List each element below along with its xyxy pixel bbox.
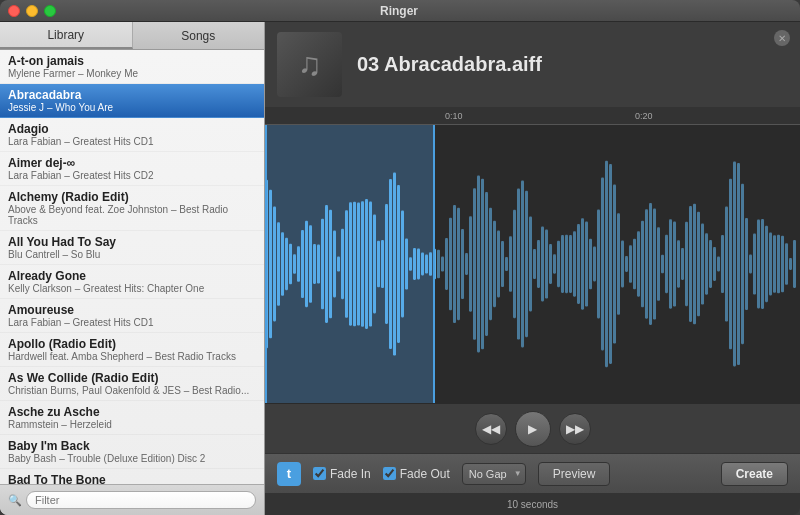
svg-rect-109 xyxy=(697,212,700,317)
song-item[interactable]: Abracadabra Jessie J – Who You Are xyxy=(0,84,264,118)
fade-in-group: Fade In xyxy=(313,467,371,481)
song-item[interactable]: A-t-on jamais Mylene Farmer – Monkey Me xyxy=(0,50,264,84)
svg-rect-46 xyxy=(445,238,448,290)
rewind-button[interactable]: ◀◀ xyxy=(475,413,507,445)
song-item[interactable]: Alchemy (Radio Edit) Above & Beyond feat… xyxy=(0,186,264,231)
svg-rect-131 xyxy=(785,243,788,285)
fade-out-label: Fade Out xyxy=(400,467,450,481)
svg-rect-60 xyxy=(501,241,504,287)
twitter-button[interactable]: t xyxy=(277,462,301,486)
svg-rect-91 xyxy=(625,256,628,272)
song-subtitle: Lara Fabian – Greatest Hits CD1 xyxy=(8,136,256,147)
song-item[interactable]: As We Collide (Radio Edit) Christian Bur… xyxy=(0,367,264,401)
svg-rect-125 xyxy=(761,219,764,309)
svg-rect-73 xyxy=(553,254,556,274)
search-bar: 🔍 xyxy=(0,484,264,515)
song-title: A-t-on jamais xyxy=(8,54,256,68)
svg-rect-47 xyxy=(449,218,452,311)
song-title: As We Collide (Radio Edit) xyxy=(8,371,256,385)
svg-rect-72 xyxy=(549,244,552,284)
svg-rect-118 xyxy=(733,162,736,367)
svg-rect-45 xyxy=(441,256,444,271)
svg-rect-50 xyxy=(461,229,464,299)
svg-rect-119 xyxy=(737,163,740,365)
svg-rect-98 xyxy=(653,208,656,319)
album-art: ♫ xyxy=(277,32,342,97)
song-list[interactable]: A-t-on jamais Mylene Farmer – Monkey Me … xyxy=(0,50,264,484)
svg-rect-94 xyxy=(637,231,640,296)
svg-rect-82 xyxy=(589,239,592,290)
svg-rect-102 xyxy=(669,219,672,308)
gap-select[interactable]: No Gap xyxy=(462,463,526,485)
svg-rect-75 xyxy=(561,235,564,293)
svg-rect-108 xyxy=(693,204,696,325)
file-name: 03 Abracadabra.aiff xyxy=(357,53,542,76)
fade-in-checkbox[interactable] xyxy=(313,467,326,480)
fade-out-checkbox[interactable] xyxy=(383,467,396,480)
song-item[interactable]: Baby I'm Back Baby Bash – Trouble (Delux… xyxy=(0,435,264,469)
fade-in-label: Fade In xyxy=(330,467,371,481)
song-item[interactable]: Apollo (Radio Edit) Hardwell feat. Amba … xyxy=(0,333,264,367)
preview-button[interactable]: Preview xyxy=(538,462,611,486)
search-input[interactable] xyxy=(26,491,256,509)
svg-rect-122 xyxy=(749,255,752,274)
song-title: Adagio xyxy=(8,122,256,136)
svg-rect-132 xyxy=(789,258,792,270)
rewind-icon: ◀◀ xyxy=(482,422,500,436)
sidebar-tabs: Library Songs xyxy=(0,22,264,50)
song-item[interactable]: Already Gone Kelly Clarkson – Greatest H… xyxy=(0,265,264,299)
song-subtitle: Jessie J – Who You Are xyxy=(8,102,256,113)
svg-rect-90 xyxy=(621,241,624,288)
svg-rect-89 xyxy=(617,213,620,315)
svg-rect-115 xyxy=(721,235,724,293)
svg-rect-95 xyxy=(641,221,644,308)
play-button[interactable]: ▶ xyxy=(515,411,551,447)
waveform-selection[interactable] xyxy=(265,125,435,403)
song-title: Abracadabra xyxy=(8,88,256,102)
svg-rect-129 xyxy=(777,235,780,294)
titlebar: Ringer xyxy=(0,0,800,22)
svg-rect-67 xyxy=(529,217,532,312)
svg-rect-54 xyxy=(477,176,480,353)
main-content: Library Songs A-t-on jamais Mylene Farme… xyxy=(0,22,800,515)
song-title: Apollo (Radio Edit) xyxy=(8,337,256,351)
song-title: Aimer dej-∞ xyxy=(8,156,256,170)
twitter-icon: t xyxy=(287,466,291,481)
song-item[interactable]: Adagio Lara Fabian – Greatest Hits CD1 xyxy=(0,118,264,152)
svg-rect-92 xyxy=(629,245,632,283)
svg-rect-127 xyxy=(769,233,772,296)
svg-rect-81 xyxy=(585,221,588,306)
svg-rect-106 xyxy=(685,222,688,306)
song-item[interactable]: Bad To The Bone George Thorogood – Termi… xyxy=(0,469,264,484)
svg-rect-68 xyxy=(533,249,536,279)
svg-rect-79 xyxy=(577,224,580,304)
song-subtitle: Above & Beyond feat. Zoe Johnston – Best… xyxy=(8,204,256,226)
svg-rect-63 xyxy=(513,210,516,318)
song-item[interactable]: Asche zu Asche Rammstein – Herzeleid xyxy=(0,401,264,435)
song-item[interactable]: Aimer dej-∞ Lara Fabian – Greatest Hits … xyxy=(0,152,264,186)
song-title: Amoureuse xyxy=(8,303,256,317)
svg-rect-83 xyxy=(593,247,596,282)
svg-rect-105 xyxy=(681,248,684,280)
dismiss-button[interactable]: ✕ xyxy=(774,30,790,46)
svg-rect-93 xyxy=(633,239,636,290)
song-subtitle: Christian Burns, Paul Oakenfold & JES – … xyxy=(8,385,256,396)
svg-rect-117 xyxy=(729,179,732,350)
svg-rect-88 xyxy=(613,184,616,343)
waveform-area[interactable] xyxy=(265,125,800,403)
svg-rect-49 xyxy=(457,208,460,320)
app-window: Ringer Library Songs A-t-on jamais Mylen… xyxy=(0,0,800,515)
time-mark-20: 0:20 xyxy=(635,111,653,121)
forward-button[interactable]: ▶▶ xyxy=(559,413,591,445)
tab-songs[interactable]: Songs xyxy=(133,22,265,49)
tab-library[interactable]: Library xyxy=(0,22,133,49)
song-item[interactable]: All You Had To Say Blu Cantrell – So Blu xyxy=(0,231,264,265)
song-item[interactable]: Amoureuse Lara Fabian – Greatest Hits CD… xyxy=(0,299,264,333)
svg-rect-59 xyxy=(497,230,500,297)
svg-rect-61 xyxy=(505,257,508,271)
create-button[interactable]: Create xyxy=(721,462,788,486)
svg-rect-69 xyxy=(537,240,540,288)
waveform-container[interactable]: 0:10 0:20 xyxy=(265,107,800,403)
time-mark-10: 0:10 xyxy=(445,111,463,121)
svg-rect-99 xyxy=(657,227,660,301)
